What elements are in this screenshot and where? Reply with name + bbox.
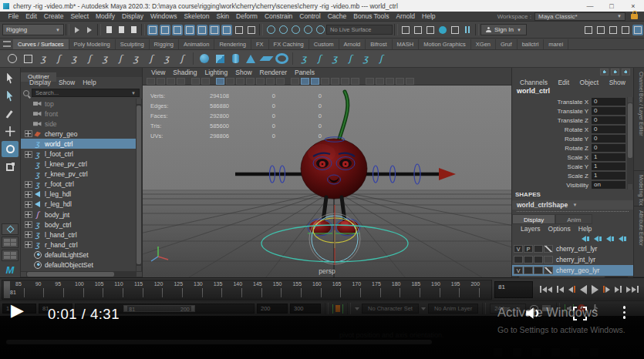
split-pane-layout-button[interactable] bbox=[2, 250, 19, 261]
bookmark-view-icon[interactable] bbox=[177, 78, 185, 85]
layer-playback-toggle[interactable]: P bbox=[524, 245, 533, 253]
menu-item[interactable]: Select bbox=[67, 12, 93, 20]
modeling-toolkit-toggle-icon[interactable] bbox=[583, 25, 594, 35]
outliner-item[interactable]: front bbox=[21, 109, 136, 119]
layer-display-type-toggle[interactable] bbox=[534, 245, 543, 253]
minimize-button[interactable]: — bbox=[579, 2, 601, 10]
new-empty-layer-icon[interactable] bbox=[606, 236, 615, 242]
arc-tool-icon[interactable] bbox=[98, 52, 112, 65]
redo-icon[interactable] bbox=[84, 25, 95, 35]
outliner-search-input[interactable]: Search... ▼ bbox=[32, 89, 140, 97]
shelf-tab[interactable]: Animation bbox=[179, 39, 214, 49]
menu-item[interactable]: Display bbox=[119, 12, 147, 20]
channel-box-toggle-icon[interactable] bbox=[632, 25, 643, 35]
sign-in-button[interactable]: Sign In ▼ bbox=[480, 24, 527, 35]
insert-knot-icon[interactable] bbox=[144, 52, 158, 65]
expand-toggle[interactable] bbox=[25, 241, 32, 248]
outliner-menu-item[interactable]: Display bbox=[25, 79, 55, 86]
resolution-gate-icon[interactable] bbox=[236, 78, 244, 85]
menu-item[interactable]: Skin bbox=[213, 12, 233, 20]
nurbs-sphere-icon[interactable] bbox=[197, 52, 211, 65]
menu-item[interactable]: File bbox=[5, 12, 22, 20]
revolve-icon[interactable] bbox=[297, 52, 311, 65]
shelf-tab[interactable]: Rendering bbox=[214, 39, 251, 49]
viewport-menu-item[interactable]: View bbox=[147, 69, 169, 76]
manipulator-icon[interactable] bbox=[600, 69, 609, 75]
outliner-item[interactable]: body_ctrl bbox=[21, 220, 136, 230]
menu-item[interactable]: Arnold bbox=[393, 12, 419, 20]
outliner-item[interactable]: r_knee_pv_ctrl bbox=[21, 169, 136, 180]
outliner-item[interactable]: r_hand_ctrl bbox=[21, 240, 136, 250]
channel-value-field[interactable]: 0 bbox=[592, 144, 625, 152]
character-controls-toggle-icon[interactable] bbox=[595, 25, 606, 35]
shelf-menu-icon[interactable] bbox=[3, 41, 11, 47]
channel-value-field[interactable]: 0 bbox=[592, 116, 625, 124]
outliner-item[interactable]: r_foot_ctrl bbox=[21, 180, 136, 190]
menu-item[interactable]: Modify bbox=[93, 12, 119, 20]
outliner-item[interactable]: l_hand_ctrl bbox=[21, 230, 136, 240]
image-plane-icon[interactable] bbox=[191, 78, 200, 85]
selection-mask-icon[interactable] bbox=[278, 25, 288, 35]
display-layer-row[interactable]: cherry_jnt_lyr bbox=[512, 254, 633, 265]
safe-title-icon[interactable] bbox=[276, 78, 285, 85]
symmetry-icon[interactable] bbox=[290, 25, 301, 35]
planar-icon[interactable] bbox=[328, 52, 342, 65]
render-icon[interactable] bbox=[400, 25, 411, 35]
detach-curves-icon[interactable] bbox=[129, 52, 143, 65]
use-all-lights-icon[interactable] bbox=[321, 78, 329, 85]
layer-playback-toggle[interactable] bbox=[524, 256, 533, 263]
channel-value-field[interactable]: on bbox=[592, 181, 625, 189]
shape-node-row[interactable]: world_ctrlShape ▼ bbox=[512, 200, 633, 210]
undo-icon[interactable] bbox=[72, 25, 83, 35]
single-pane-layout-button[interactable] bbox=[2, 223, 19, 235]
outliner-item[interactable]: world_ctrl bbox=[21, 139, 136, 149]
nurbs-plane-icon[interactable] bbox=[259, 52, 273, 65]
film-gate-icon[interactable] bbox=[226, 78, 234, 85]
move-layer-up-icon[interactable] bbox=[582, 236, 590, 242]
reflection-icon[interactable] bbox=[315, 25, 325, 35]
2d-pan-zoom-icon[interactable] bbox=[201, 78, 210, 85]
outliner-item[interactable]: side bbox=[21, 119, 136, 129]
grid-toggle-icon[interactable] bbox=[216, 78, 224, 85]
tab-channel-box-layer-editor[interactable]: Channel Box / Layer Editor bbox=[634, 68, 644, 171]
channel-value-field[interactable]: 1 bbox=[592, 163, 625, 170]
nurbs-torus-icon[interactable] bbox=[275, 52, 288, 65]
more-options-button[interactable] bbox=[623, 304, 626, 321]
layer-playback-toggle[interactable] bbox=[524, 267, 533, 274]
tab-modeling-toolkit[interactable]: Modeling Toolkit bbox=[634, 171, 644, 206]
extrude-icon[interactable] bbox=[343, 52, 357, 65]
expand-toggle[interactable] bbox=[25, 201, 32, 208]
viewport-menu-item[interactable]: Panels bbox=[291, 69, 319, 76]
shelf-tab[interactable]: ballctrl bbox=[518, 39, 545, 49]
shelf-tab[interactable]: Motion Graphics bbox=[419, 39, 471, 49]
shelf-tab[interactable]: Arnold bbox=[339, 39, 366, 49]
nurbs-circle-icon[interactable] bbox=[5, 52, 19, 65]
channel-value-field[interactable]: 0 bbox=[592, 98, 625, 106]
layer-visibility-toggle[interactable]: V bbox=[514, 267, 523, 274]
exposure-icon[interactable] bbox=[396, 78, 404, 85]
loft-icon[interactable] bbox=[312, 52, 326, 65]
lock-icon[interactable] bbox=[631, 14, 638, 19]
shelf-tab[interactable]: Bifrost bbox=[366, 39, 392, 49]
camera-attributes-icon[interactable] bbox=[167, 78, 175, 85]
snap-curve-icon[interactable] bbox=[160, 25, 170, 35]
channel-box-menu-item[interactable]: Show bbox=[609, 79, 625, 86]
viewport-scene[interactable]: Verts: 294108 0 0 Edges: 586880 0 0 bbox=[143, 86, 511, 277]
channel-value-field[interactable]: 0 bbox=[592, 126, 625, 133]
nurbs-cylinder-icon[interactable] bbox=[228, 52, 242, 65]
shaded-icon[interactable] bbox=[301, 78, 309, 85]
layer-editor-tab[interactable]: Display bbox=[512, 214, 555, 224]
ep-curve-tool-icon[interactable] bbox=[52, 52, 66, 65]
shelf-tab[interactable]: Curves / Surfaces bbox=[13, 39, 69, 49]
shelf-tab[interactable]: FX Caching bbox=[269, 39, 309, 49]
display-layer-row[interactable]: V cherry_geo_lyr bbox=[512, 265, 633, 276]
shelf-tab[interactable]: MASH bbox=[393, 39, 420, 49]
shelf-tab[interactable]: Rigging bbox=[150, 39, 179, 49]
channel-value-field[interactable]: 0 bbox=[592, 135, 625, 143]
make-live-icon[interactable] bbox=[209, 25, 220, 35]
select-tool-button[interactable] bbox=[2, 70, 19, 86]
layer-visibility-toggle[interactable]: V bbox=[514, 245, 523, 253]
outliner-menu-item[interactable]: Show bbox=[55, 79, 79, 86]
menu-item[interactable]: Help bbox=[419, 12, 439, 20]
ipr-render-icon[interactable] bbox=[413, 25, 423, 35]
